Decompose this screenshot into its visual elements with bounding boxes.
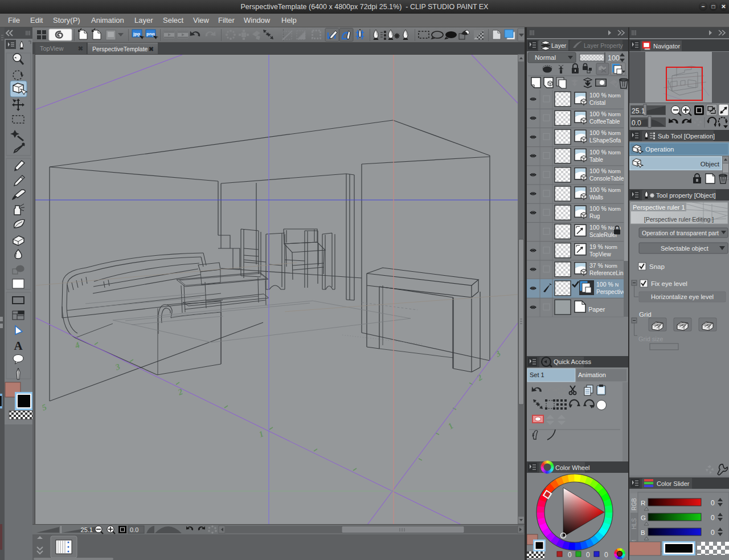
svg-text:Rug: Rug bbox=[589, 213, 600, 219]
svg-text:Operation of transparent part: Operation of transparent part bbox=[642, 230, 719, 236]
svg-text:LShapeSofa: LShapeSofa bbox=[589, 137, 621, 144]
svg-text:100: 100 bbox=[608, 54, 620, 62]
svg-text:37 % Norm: 37 % Norm bbox=[589, 262, 617, 269]
svg-text:Color Slider: Color Slider bbox=[657, 480, 690, 487]
svg-text:Animation: Animation bbox=[578, 371, 606, 378]
svg-text:4: 4 bbox=[73, 340, 81, 350]
svg-text:0: 0 bbox=[568, 551, 572, 559]
svg-text:Sub Tool [Operation]: Sub Tool [Operation] bbox=[658, 133, 715, 140]
svg-text:Fix eye level: Fix eye level bbox=[651, 280, 687, 287]
svg-text:G: G bbox=[641, 514, 646, 521]
svg-text:0: 0 bbox=[711, 529, 715, 537]
svg-text:Layer: Layer bbox=[551, 42, 567, 49]
svg-text:0.0: 0.0 bbox=[130, 526, 138, 533]
svg-text:[Perspective ruler Editing ]: [Perspective ruler Editing ] bbox=[644, 216, 714, 223]
svg-text:100 % Norm: 100 % Norm bbox=[589, 111, 621, 117]
svg-text:Table: Table bbox=[589, 157, 603, 163]
svg-text:TopView: TopView bbox=[589, 251, 611, 257]
svg-text:1: 1 bbox=[257, 429, 265, 439]
svg-text:25.1: 25.1 bbox=[632, 107, 645, 115]
svg-text:100 % Norm: 100 % Norm bbox=[589, 149, 621, 156]
svg-text:Color Wheel: Color Wheel bbox=[555, 464, 590, 471]
svg-text:Object: Object bbox=[701, 161, 720, 167]
svg-text:Set 1: Set 1 bbox=[530, 371, 544, 378]
svg-text:Operation: Operation bbox=[645, 146, 674, 153]
svg-text:100 % N: 100 % N bbox=[596, 281, 619, 288]
svg-text:Perspective ruler 1: Perspective ruler 1 bbox=[633, 204, 685, 211]
svg-text:0: 0 bbox=[711, 514, 715, 522]
svg-text:Navigator: Navigator bbox=[653, 43, 680, 50]
svg-text:25.1: 25.1 bbox=[81, 526, 93, 533]
svg-text:A: A bbox=[14, 339, 23, 353]
svg-text:0: 0 bbox=[604, 551, 608, 559]
svg-text:5: 5 bbox=[40, 402, 48, 412]
svg-text:3: 3 bbox=[113, 362, 121, 372]
svg-text:0: 0 bbox=[586, 551, 590, 559]
svg-text:100 % Norm: 100 % Norm bbox=[589, 205, 621, 212]
svg-text:Cristal: Cristal bbox=[589, 100, 605, 106]
svg-text:Selectable object: Selectable object bbox=[661, 245, 708, 252]
svg-text:RGB: RGB bbox=[631, 498, 637, 510]
svg-text:0: 0 bbox=[711, 499, 715, 507]
svg-text:ReferenceLin: ReferenceLin bbox=[589, 270, 623, 276]
svg-text:100 % Norm: 100 % Norm bbox=[589, 92, 621, 99]
svg-text:jpg: jpg bbox=[133, 31, 140, 36]
svg-text:ScaleRuler: ScaleRuler bbox=[589, 232, 618, 238]
svg-text:Snap: Snap bbox=[649, 263, 665, 270]
svg-text:0.0: 0.0 bbox=[632, 119, 641, 127]
svg-text:19 % Norm: 19 % Norm bbox=[589, 243, 617, 250]
svg-text:ConsoleTable: ConsoleTable bbox=[589, 175, 624, 182]
svg-text:Grid size: Grid size bbox=[638, 336, 663, 342]
svg-text:100 % Norm: 100 % Norm bbox=[589, 167, 621, 174]
svg-text:100 % Norm: 100 % Norm bbox=[589, 129, 621, 136]
svg-text:HLS: HLS bbox=[631, 518, 637, 529]
svg-text:Perspective: Perspective bbox=[596, 289, 626, 295]
svg-text:R: R bbox=[641, 500, 645, 506]
svg-text:Horizontalize eye level: Horizontalize eye level bbox=[651, 293, 714, 300]
svg-text:Walls: Walls bbox=[589, 194, 603, 201]
svg-text:CoffeeTable: CoffeeTable bbox=[589, 118, 620, 125]
svg-text:Quick Access: Quick Access bbox=[554, 358, 592, 365]
svg-text:Grid: Grid bbox=[639, 311, 652, 318]
svg-text:100 % Norm: 100 % Norm bbox=[589, 186, 621, 193]
svg-text:Tool property [Object]: Tool property [Object] bbox=[656, 192, 716, 199]
svg-text:B: B bbox=[641, 529, 645, 536]
svg-text:Normal: Normal bbox=[535, 54, 556, 61]
svg-text:Layer Property: Layer Property bbox=[584, 42, 624, 49]
svg-text:Paper: Paper bbox=[588, 306, 605, 313]
svg-text:1: 1 bbox=[447, 421, 455, 431]
